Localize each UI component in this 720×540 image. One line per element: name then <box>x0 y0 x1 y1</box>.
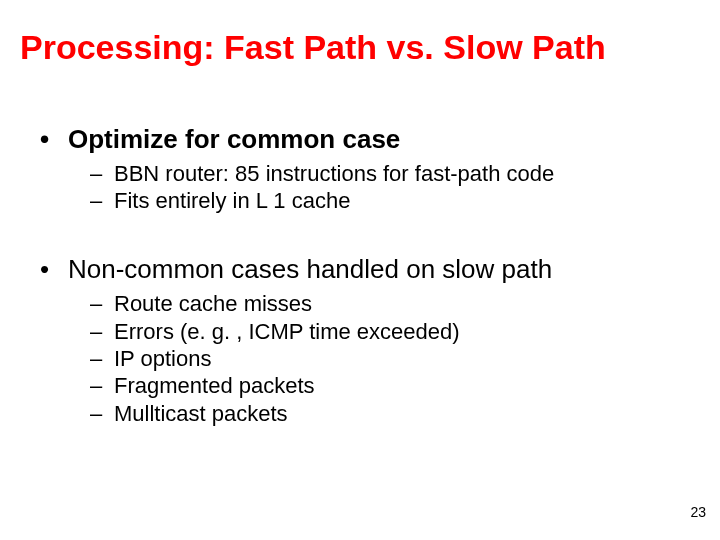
page-number: 23 <box>690 504 706 520</box>
bullet-noncommon: Non-common cases handled on slow path <box>40 255 680 285</box>
sub-text: Mullticast packets <box>114 401 288 426</box>
sub-bullet: Mullticast packets <box>90 401 680 426</box>
sub-text: Route cache misses <box>114 291 312 316</box>
sub-bullet: IP options <box>90 346 680 371</box>
sub-text: Fits entirely in L 1 cache <box>114 188 350 213</box>
bullet-text: Optimize for common case <box>68 124 400 154</box>
sub-bullet: Route cache misses <box>90 291 680 316</box>
bullet-optimize: Optimize for common case <box>40 125 680 155</box>
sub-text: IP options <box>114 346 211 371</box>
sub-bullet: Errors (e. g. , ICMP time exceeded) <box>90 319 680 344</box>
sub-bullet: Fits entirely in L 1 cache <box>90 188 680 213</box>
slide: Processing: Fast Path vs. Slow Path Opti… <box>0 0 720 540</box>
bullet-text: Non-common cases handled on slow path <box>68 254 552 284</box>
slide-title: Processing: Fast Path vs. Slow Path <box>20 28 606 67</box>
sub-text: Fragmented packets <box>114 373 315 398</box>
sub-bullet: Fragmented packets <box>90 373 680 398</box>
slide-body: Optimize for common case BBN router: 85 … <box>40 125 680 428</box>
sub-list-1: BBN router: 85 instructions for fast-pat… <box>90 161 680 214</box>
sub-text: Errors (e. g. , ICMP time exceeded) <box>114 319 460 344</box>
sub-list-2: Route cache misses Errors (e. g. , ICMP … <box>90 291 680 425</box>
sub-bullet: BBN router: 85 instructions for fast-pat… <box>90 161 680 186</box>
sub-text: BBN router: 85 instructions for fast-pat… <box>114 161 554 186</box>
spacer <box>40 215 680 255</box>
